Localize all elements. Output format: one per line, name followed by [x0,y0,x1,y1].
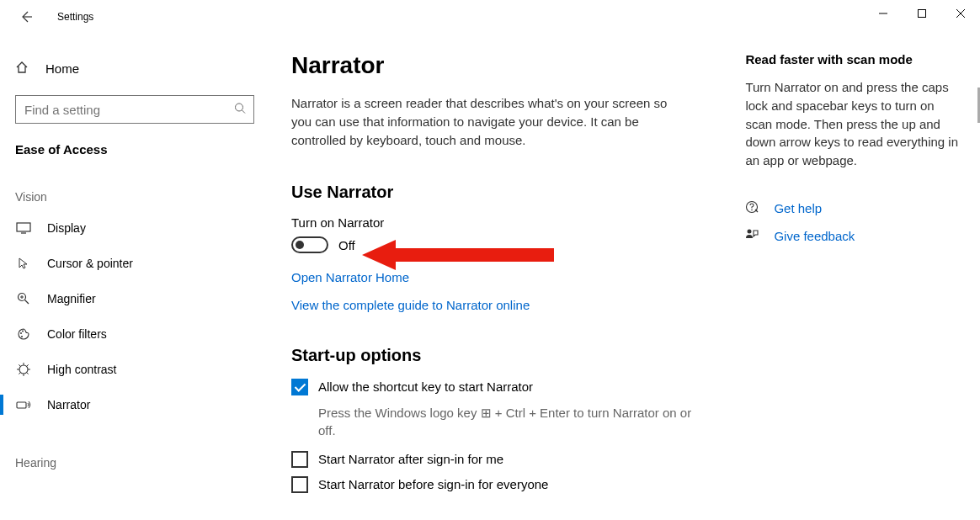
feedback-icon [745,228,760,244]
svg-point-4 [236,103,243,111]
page-title: Narrator [291,52,711,79]
svg-point-13 [22,331,24,332]
svg-line-5 [242,110,246,114]
sidebar-item-high-contrast[interactable]: High contrast [0,352,269,387]
home-icon [15,61,30,77]
page-description: Narrator is a screen reader that describ… [291,94,670,149]
after-signin-label: Start Narrator after sign-in for me [318,451,503,466]
contrast-icon [15,363,32,376]
sidebar-item-magnifier[interactable]: Magnifier [0,281,269,316]
sidebar-item-label: High contrast [47,363,116,376]
section-header: Ease of Access [0,124,269,157]
window-controls [864,0,980,27]
shortcut-label: Allow the shortcut key to start Narrator [318,379,533,394]
window-title: Settings [57,11,93,23]
svg-line-23 [27,364,29,366]
svg-rect-6 [17,223,30,231]
magnifier-icon [15,292,32,305]
sidebar-item-label: Narrator [47,398,90,411]
cursor-icon [15,257,32,270]
sidebar-item-display[interactable]: Display [0,210,269,246]
search-icon [234,103,246,117]
display-icon [15,222,32,234]
group-vision: Vision [0,157,269,210]
sidebar-item-label: Cursor & pointer [47,257,133,270]
palette-icon [15,327,32,341]
narrator-toggle[interactable] [291,236,328,253]
svg-point-27 [748,229,752,233]
minimize-button[interactable] [864,0,903,27]
open-narrator-home-link[interactable]: Open Narrator Home [291,270,711,284]
svg-line-9 [25,300,29,305]
svg-line-20 [19,364,20,366]
group-hearing: Hearing [0,422,269,476]
svg-point-14 [21,336,23,337]
narrator-icon [15,399,32,411]
startup-heading: Start-up options [291,346,711,365]
sidebar-item-cursor[interactable]: Cursor & pointer [0,246,269,281]
svg-rect-24 [17,402,26,408]
search-input[interactable] [15,95,254,124]
svg-line-22 [19,373,20,374]
sidebar-item-label: Color filters [47,327,107,341]
use-narrator-heading: Use Narrator [291,183,711,202]
sidebar-item-narrator[interactable]: Narrator [0,387,269,422]
back-button[interactable] [17,8,35,26]
get-help-link[interactable]: Get help [774,201,822,215]
toggle-state: Off [338,238,355,252]
titlebar: Settings [0,0,980,34]
after-signin-checkbox[interactable] [291,451,308,468]
give-feedback-link[interactable]: Give feedback [774,229,855,243]
before-signin-label: Start Narrator before sign-in for everyo… [318,476,548,491]
svg-rect-1 [919,10,926,18]
shortcut-hint: Press the Windows logo key ⊞ + Ctrl + En… [318,404,711,439]
sidebar-item-color-filters[interactable]: Color filters [0,316,269,352]
scan-mode-title: Read faster with scan mode [745,52,960,66]
maximize-button[interactable] [903,0,941,27]
before-signin-checkbox[interactable] [291,476,308,493]
svg-point-12 [20,332,22,334]
sidebar: Home Ease of Access Vision Display Curso… [0,34,269,520]
close-button[interactable] [941,0,980,27]
scan-mode-text: Turn Narrator on and press the caps lock… [745,78,960,170]
sidebar-item-label: Display [47,221,86,235]
narrator-guide-link[interactable]: View the complete guide to Narrator onli… [291,298,711,312]
svg-line-21 [27,373,29,374]
help-icon [745,200,760,216]
content-area: Narrator Narrator is a screen reader tha… [269,34,980,520]
home-label: Home [45,61,79,76]
search-container [15,95,254,124]
svg-point-26 [752,209,754,210]
home-nav[interactable]: Home [0,54,269,83]
shortcut-checkbox[interactable] [291,379,308,395]
turn-on-label: Turn on Narrator [291,215,711,230]
sidebar-item-label: Magnifier [47,292,96,305]
